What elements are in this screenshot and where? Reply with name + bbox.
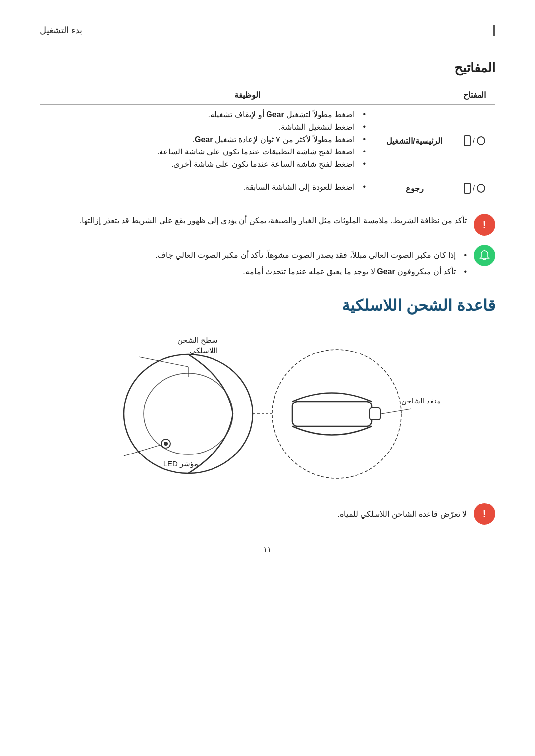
key-icon-shape-back: / [464,183,485,194]
key-name-back: رجوع [375,177,454,200]
key-functions-back: اضغط للعودة إلى الشاشة السابقة. [40,177,375,200]
list-item: اضغط للعودة إلى الشاشة السابقة. [49,182,366,192]
list-item: اضغط لتشغيل الشاشة. [49,122,366,132]
slash-separator: / [473,137,475,145]
svg-point-2 [144,373,233,454]
wireless-warning: ! لا تعرّض قاعدة الشاحن اللاسلكي للمياه. [40,503,495,525]
label-charger-port: منفذ الشاحن [401,397,441,405]
table-row: / رجوع اضغط للعودة إلى الشاشة السابقة. [40,177,495,200]
list-item: اضغط لفتح شاشة التطبيقات عندما تكون على … [49,147,366,156]
key-icon-main: / [454,105,495,177]
rect-icon [464,135,471,146]
page-header: بدء التشغيل [40,25,495,36]
bell-svg [478,249,491,262]
list-item: اضغط مطولاً لأكثر من ٧ ثوان لإعادة تشغيل… [49,135,366,144]
col2-header: الوظيفة [40,85,454,105]
functions-list-back: اضغط للعودة إلى الشاشة السابقة. [49,182,366,192]
info-list: إذا كان مكبر الصوت العالي مبللاً، فقد يص… [40,249,467,278]
label-wireless-surface: سطح الشحن اللاسلكي [177,335,218,355]
info-list-item-2: تأكد أن ميكروفون Gear لا يوجد ما يعيق عم… [40,265,467,278]
svg-line-12 [124,445,161,456]
svg-line-11 [381,409,411,414]
list-item: اضغط لفتح شاشة الساعة عندما تكون على شاش… [49,159,366,169]
key-icon-shape-main: / [464,135,485,146]
page-number: ١١ [40,545,495,554]
info-notice-container: إذا كان مكبر الصوت العالي مبللاً، فقد يص… [40,245,495,281]
info-icon [474,245,495,266]
wireless-warning-text: لا تعرّض قاعدة الشاحن اللاسلكي للمياه. [40,507,467,521]
svg-rect-6 [292,402,372,426]
circle-icon-back [477,184,485,193]
svg-point-4 [164,442,168,446]
warning-icon-1: ! [474,214,495,236]
wireless-warning-icon: ! [474,503,495,525]
info-list-item-1: إذا كان مكبر الصوت العالي مبللاً، فقد يص… [40,249,467,262]
list-item: اضغط مطولاً لتشغيل Gear أو لإيقاف تشغيله… [49,110,366,119]
key-icon-back: / [454,177,495,200]
key-name-main: الرئيسية/التشغيل [375,105,454,177]
keys-table: المفتاح الوظيفة / الرئيسية/التشغيل اضغط … [40,85,495,200]
wireless-section-title: قاعدة الشحن اللاسلكية [40,296,495,315]
circle-icon [477,136,485,145]
page-header-text: بدء التشغيل [40,25,82,36]
col1-header: المفتاح [454,85,495,105]
svg-rect-7 [370,408,380,420]
rect-icon-back [464,183,471,194]
charging-diagram: سطح الشحن اللاسلكي منفذ الشاحن مؤشر LED [94,330,441,488]
slash-separator-back: / [473,184,475,192]
keys-section-title: المفاتيح [40,60,495,76]
label-led-indicator: مؤشر LED [163,459,198,468]
warning-text-1: تأكد من نظافة الشريط. ملامسة الملوثات مث… [40,214,467,227]
diagram-svg [94,330,441,488]
functions-list-main: اضغط مطولاً لتشغيل Gear أو لإيقاف تشغيله… [49,110,366,169]
key-functions-main: اضغط مطولاً لتشغيل Gear أو لإيقاف تشغيله… [40,105,375,177]
table-row: / الرئيسية/التشغيل اضغط مطولاً لتشغيل Ge… [40,105,495,177]
warning-notice-1: ! تأكد من نظافة الشريط. ملامسة الملوثات … [40,214,495,236]
info-text: إذا كان مكبر الصوت العالي مبللاً، فقد يص… [40,245,467,281]
